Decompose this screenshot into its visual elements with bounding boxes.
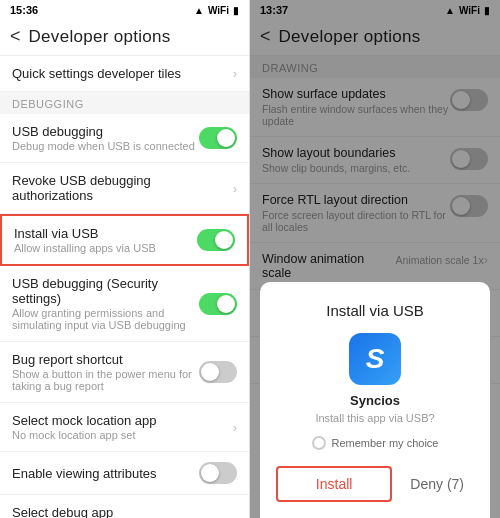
syncios-s-icon: S [366,343,385,375]
left-header: < Developer options [0,20,249,56]
dialog-remember-text: Remember my choice [332,437,439,449]
dialog-buttons: Install Deny (7) [276,466,474,502]
menu-item-debug-app[interactable]: Select debug app No debug application se… [0,495,249,518]
mock-location-sub: No mock location app set [12,429,233,441]
quick-settings-title: Quick settings developer tiles [12,66,233,81]
menu-item-install-via-usb[interactable]: Install via USB Allow installing apps vi… [0,214,249,266]
dialog-title: Install via USB [276,302,474,319]
menu-item-usb-debugging[interactable]: USB debugging Debug mode when USB is con… [0,114,249,163]
usb-security-sub: Allow granting permissions and simulatin… [12,307,199,331]
quick-settings-chevron: › [233,66,237,81]
install-via-usb-title: Install via USB [14,226,197,241]
dialog-remember-radio[interactable] [312,436,326,450]
menu-item-usb-security[interactable]: USB debugging (Security settings) Allow … [0,266,249,342]
bug-report-toggle[interactable] [199,361,237,383]
signal-icon: ▲ [194,5,204,16]
mock-location-chevron: › [233,420,237,435]
menu-item-revoke-usb[interactable]: Revoke USB debugging authorizations › [0,163,249,214]
usb-debugging-toggle-knob [217,129,235,147]
left-page-title: Developer options [29,27,171,47]
left-back-button[interactable]: < [10,26,21,47]
dialog-app-name: Syncios [276,393,474,408]
left-status-bar: 15:36 ▲ WiFi ▮ [0,0,249,20]
menu-item-mock-location[interactable]: Select mock location app No mock locatio… [0,403,249,452]
dialog-deny-button[interactable]: Deny (7) [400,466,474,502]
bug-report-sub: Show a button in the power menu for taki… [12,368,199,392]
debug-app-chevron: › [233,512,237,519]
battery-icon: ▮ [233,5,239,16]
left-time: 15:36 [10,4,38,16]
dialog-remember-row: Remember my choice [276,436,474,450]
dialog-app-icon: S [349,333,401,385]
left-scroll-content: Quick settings developer tiles › DEBUGGI… [0,56,249,518]
left-panel: 15:36 ▲ WiFi ▮ < Developer options Quick… [0,0,250,518]
usb-debugging-title: USB debugging [12,124,199,139]
right-panel: 13:37 ▲ WiFi ▮ < Developer options DRAWI… [250,0,500,518]
dialog-app-sub: Install this app via USB? [276,412,474,424]
usb-debugging-toggle[interactable] [199,127,237,149]
menu-item-bug-report[interactable]: Bug report shortcut Show a button in the… [0,342,249,403]
usb-debugging-sub: Debug mode when USB is connected [12,140,199,152]
wifi-icon: WiFi [208,5,229,16]
bug-report-title: Bug report shortcut [12,352,199,367]
usb-security-toggle-knob [217,295,235,313]
dialog-install-button[interactable]: Install [276,466,392,502]
bug-report-toggle-knob [201,363,219,381]
debug-app-title: Select debug app [12,505,233,518]
viewing-attributes-toggle-knob [201,464,219,482]
left-status-icons: ▲ WiFi ▮ [194,5,239,16]
usb-security-title: USB debugging (Security settings) [12,276,199,306]
usb-security-toggle[interactable] [199,293,237,315]
install-via-usb-toggle-knob [215,231,233,249]
menu-item-viewing-attributes[interactable]: Enable viewing attributes [0,452,249,495]
section-debugging: DEBUGGING [0,92,249,114]
dialog-overlay: Install via USB S Syncios Install this a… [250,0,500,518]
menu-item-quick-settings[interactable]: Quick settings developer tiles › [0,56,249,92]
install-via-usb-toggle[interactable] [197,229,235,251]
revoke-usb-chevron: › [233,181,237,196]
mock-location-title: Select mock location app [12,413,233,428]
viewing-attributes-title: Enable viewing attributes [12,466,199,481]
revoke-usb-title: Revoke USB debugging authorizations [12,173,233,203]
install-via-usb-sub: Allow installing apps via USB [14,242,197,254]
install-via-usb-dialog: Install via USB S Syncios Install this a… [260,282,490,518]
viewing-attributes-toggle[interactable] [199,462,237,484]
